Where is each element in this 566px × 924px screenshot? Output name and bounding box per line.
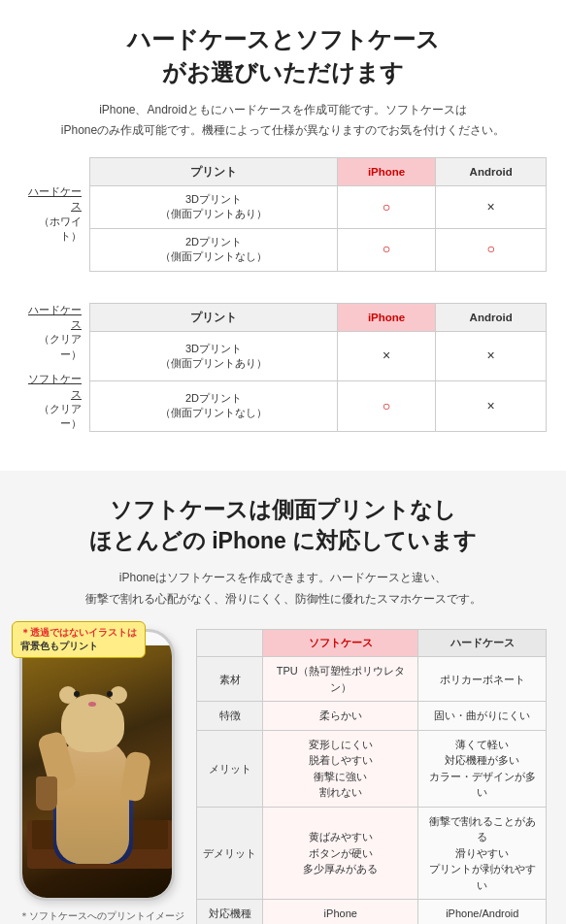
- table-row: 対応機種 iPhone iPhone/Android: [197, 900, 547, 924]
- comp-header-soft: ソフトケース: [263, 630, 418, 657]
- table2: プリント iPhone Android 3Dプリント（側面プリントあり） × ×…: [89, 303, 547, 432]
- table1-header-print: プリント: [90, 157, 338, 185]
- table1: プリント iPhone Android 3Dプリント（側面プリントあり） ○ ×…: [89, 157, 547, 272]
- section2-title: ソフトケースは側面プリントなし ほとんどの iPhone に対応しています: [19, 494, 547, 556]
- table2-row1-iphone: ×: [337, 331, 435, 381]
- comp-row2-soft: 柔らかい: [263, 702, 418, 731]
- sticker-label: ＊透過ではないイラストは 背景色もプリント: [12, 621, 146, 658]
- phone-mockup: [19, 629, 175, 901]
- hm-pitcher: [36, 776, 57, 810]
- table1-header-android: Android: [436, 157, 547, 185]
- comp-row4-hard: 衝撃で割れることがある 滑りやすい プリントが剥がれやすい: [418, 807, 547, 900]
- table-row: 2Dプリント（側面プリントなし） ○ ○: [90, 228, 547, 271]
- comp-header-hard: ハードケース: [418, 630, 547, 657]
- comp-row1-soft: TPU（熱可塑性ポリウレタン）: [263, 657, 418, 702]
- table-row: 3Dプリント（側面プリントあり） ○ ×: [90, 186, 547, 229]
- table-row: デメリット 黄ばみやすい ボタンが硬い 多少厚みがある 衝撃で割れることがある …: [197, 807, 547, 900]
- table2-row-label2: ソフトケース（クリアー）: [19, 372, 82, 432]
- title-line1: ハードケースとソフトケース: [127, 26, 440, 52]
- table1-left-labels: ハードケース（ホワイト）: [19, 157, 89, 272]
- comparison-area: ＊透過ではないイラストは 背景色もプリント: [19, 629, 547, 924]
- table2-header-iphone: iPhone: [337, 303, 435, 331]
- table2-left-labels: ハードケース（クリアー） ソフトケース（クリアー）: [19, 303, 89, 432]
- section1-subtitle: iPhone、Androidともにハードケースを作成可能です。ソフトケースは i…: [19, 100, 547, 140]
- table-row: 2Dプリント（側面プリントなし） ○ ×: [90, 381, 547, 432]
- section2-subtitle: iPhoneはソフトケースを作成できます。ハードケースと違い、 衝撃で割れる心配…: [19, 568, 547, 610]
- section1-title: ハードケースとソフトケース がお選びいただけます: [19, 23, 547, 88]
- table1-header-iphone: iPhone: [337, 157, 435, 185]
- table1-row1-android: ×: [436, 186, 547, 229]
- comp-row5-soft: iPhone: [263, 900, 418, 924]
- comp-row4-label: デメリット: [197, 807, 263, 900]
- section2: ソフトケースは側面プリントなし ほとんどの iPhone に対応しています iP…: [0, 471, 566, 924]
- comp-row1-hard: ポリカーボネート: [418, 657, 547, 702]
- comp-row1-label: 素材: [197, 657, 263, 702]
- table1-row2-iphone: ○: [337, 228, 435, 271]
- table2-wrapper: ハードケース（クリアー） ソフトケース（クリアー） プリント iPhone An…: [19, 303, 547, 432]
- comp-header-empty: [197, 630, 263, 657]
- table-row: 素材 TPU（熱可塑性ポリウレタン） ポリカーボネート: [197, 657, 547, 702]
- phone-image-side: ＊透過ではないイラストは 背景色もプリント: [19, 629, 184, 923]
- table2-header-print: プリント: [90, 303, 338, 331]
- comparison-table: ソフトケース ハードケース 素材 TPU（熱可塑性ポリウレタン） ポリカーボネー…: [196, 629, 547, 924]
- table1-row-label1: ハードケース（ホワイト）: [19, 184, 82, 245]
- comp-row2-label: 特徴: [197, 702, 263, 731]
- comp-row3-soft: 変形しにくい 脱着しやすい 衝撃に強い 割れない: [263, 730, 418, 807]
- comp-row2-hard: 固い・曲がりにくい: [418, 702, 547, 731]
- phone-screen-content: [22, 645, 172, 898]
- table1-row1-print: 3Dプリント（側面プリントあり）: [90, 186, 338, 229]
- section2-title-line1: ソフトケースは側面プリントなし: [110, 497, 456, 522]
- table2-header-android: Android: [436, 303, 547, 331]
- sticker-line2: 背景色もプリント: [20, 641, 98, 651]
- table2-row2-iphone: ○: [337, 381, 435, 432]
- phone-caption: ＊ソフトケースへのプリントイメージ: [19, 909, 184, 923]
- section2-title-line2: ほとんどの iPhone に対応しています: [89, 528, 477, 553]
- table-row: 特徴 柔らかい 固い・曲がりにくい: [197, 702, 547, 731]
- table2-row-label1: ハードケース（クリアー）: [19, 303, 82, 363]
- table1-row2-print: 2Dプリント（側面プリントなし）: [90, 228, 338, 271]
- comp-row5-hard: iPhone/Android: [418, 900, 547, 924]
- table1-row2-android: ○: [436, 228, 547, 271]
- title-line2: がお選びいただけます: [162, 59, 404, 85]
- sticker-line1: ＊透過ではないイラストは: [20, 627, 137, 638]
- comp-row5-label: 対応機種: [197, 900, 263, 924]
- comp-row4-soft: 黄ばみやすい ボタンが硬い 多少厚みがある: [263, 807, 418, 900]
- table2-row1-print: 3Dプリント（側面プリントあり）: [90, 331, 338, 381]
- table2-row2-android: ×: [436, 381, 547, 432]
- section1: ハードケースとソフトケース がお選びいただけます iPhone、Androidと…: [0, 0, 566, 471]
- table-row: 3Dプリント（側面プリントあり） × ×: [90, 331, 547, 381]
- comp-row3-label: メリット: [197, 730, 263, 807]
- table1-wrapper: ハードケース（ホワイト） プリント iPhone Android 3Dプリント（…: [19, 157, 547, 272]
- comp-table-side: ソフトケース ハードケース 素材 TPU（熱可塑性ポリウレタン） ポリカーボネー…: [196, 629, 547, 924]
- comp-row3-hard: 薄くて軽い 対応機種が多い カラー・デザインが多い: [418, 730, 547, 807]
- table2-row2-print: 2Dプリント（側面プリントなし）: [90, 381, 338, 432]
- table2-row1-android: ×: [436, 331, 547, 381]
- table-row: メリット 変形しにくい 脱着しやすい 衝撃に強い 割れない 薄くて軽い 対応機種…: [197, 730, 547, 807]
- table1-row1-iphone: ○: [337, 186, 435, 229]
